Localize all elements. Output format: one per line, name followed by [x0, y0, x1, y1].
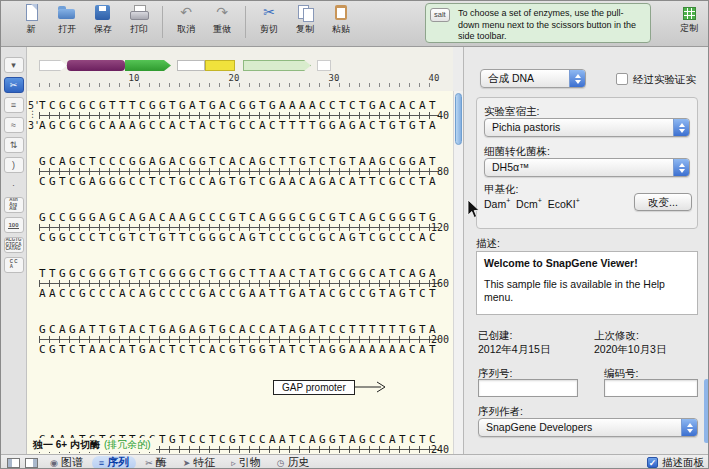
- tab-map-label: 图谱: [61, 455, 83, 469]
- customize-grid-icon: [683, 7, 696, 20]
- host-dropdown[interactable]: Pichia pastoris: [484, 118, 690, 137]
- base-ticks: [39, 280, 439, 287]
- top-strand[interactable]: TTGGCGGGTGTCGGGGCTGGCTTAACTATGCGGCATCAGA: [39, 267, 453, 280]
- gap-promoter-annotation[interactable]: GAP promoter: [273, 379, 453, 395]
- sequence-block-1: 5' ⋮ 3' TCGCGCGTTTCGGTGATGACGGTGAAAACCTC…: [27, 99, 453, 132]
- serial-input[interactable]: [478, 379, 578, 397]
- amino-acid-display-icon[interactable]: Asn Arg Ala: [4, 197, 24, 213]
- sequence-view[interactable]: 5' ⋮ 3' TCGCGCGTTTCGGTGATGACGGTGAAAACCTC…: [27, 91, 453, 454]
- description-panel: 合成 DNA 经过实验证实 实验室宿主: Pichia pastoris 细菌转…: [463, 47, 709, 454]
- feature-box-white-small[interactable]: [317, 60, 331, 71]
- molecule-type-dropdown[interactable]: 合成 DNA: [480, 69, 586, 88]
- tab-history[interactable]: ◷ 历史: [270, 456, 317, 469]
- print-button[interactable]: 打印: [121, 4, 157, 36]
- position-ruler: 10 20 30 40: [27, 71, 453, 87]
- sequence-icon: ≡: [99, 458, 104, 468]
- codon-display-icon[interactable]: C C A: [4, 257, 24, 273]
- copy-button[interactable]: 复制: [287, 4, 323, 36]
- ruler-tick-10: 10: [122, 73, 146, 83]
- updown-arrows-tool-icon[interactable]: ⇅: [4, 137, 24, 153]
- dropdown-arrows-icon: [673, 119, 689, 136]
- toggle-left-panel-icon[interactable]: [7, 458, 20, 468]
- open-button[interactable]: 打开: [49, 4, 85, 36]
- position-number: 40: [419, 110, 449, 121]
- redo-button[interactable]: ↷ 重做: [204, 4, 240, 36]
- tab-map[interactable]: ◉ 图谱: [43, 456, 90, 469]
- verified-checkbox[interactable]: [616, 73, 628, 85]
- new-button[interactable]: 新: [13, 4, 49, 36]
- bottom-strand[interactable]: CGTCTAACATGACTCTCACGTGGTATCTAGGAAAAAACAT: [39, 343, 453, 356]
- paste-button[interactable]: 粘贴: [323, 4, 359, 36]
- scissors-tool-icon[interactable]: ✂: [4, 77, 24, 93]
- redo-label: 重做: [213, 23, 231, 36]
- tab-features-label: 特征: [193, 455, 215, 469]
- arc-tool-icon[interactable]: ): [4, 157, 24, 173]
- tab-features[interactable]: ➤ 特征: [176, 456, 223, 469]
- scrollbar-thumb[interactable]: [455, 93, 462, 145]
- methylation-values: Dam+ Dcm+ EcoKI+: [484, 197, 580, 210]
- tab-primers-label: 引物: [239, 455, 261, 469]
- sequence-block-5: GCAGATTGTACTGAGAGTGCACCATAGATCCTTTTTTGTA…: [27, 323, 453, 356]
- author-dropdown[interactable]: SnapGene Developers: [478, 418, 698, 437]
- enzyme-set-menu-icon[interactable]: ▾: [4, 57, 24, 73]
- new-label: 新: [27, 23, 36, 36]
- change-button[interactable]: 改变...: [634, 193, 692, 211]
- methylation-dam: Dam: [484, 198, 506, 210]
- position-number: 160: [419, 278, 449, 289]
- save-button[interactable]: 保存: [85, 4, 121, 36]
- cut-scissors-icon: ✂: [259, 4, 279, 22]
- code-input[interactable]: [604, 379, 698, 397]
- enzymes-icon: ✂: [145, 458, 153, 468]
- map-icon: ◉: [50, 458, 58, 468]
- bottom-strand[interactable]: CGGCCCTCGTCTGTTCGGGCAGTCCCGCGCAGTCGCCCAC: [39, 231, 453, 244]
- tooltip-text: To choose a set of enzymes, use the pull…: [458, 8, 636, 41]
- toolbar-separator: [245, 6, 246, 38]
- feature-box-white[interactable]: [177, 60, 205, 71]
- tab-sequence[interactable]: ≡ 序列: [92, 456, 136, 469]
- tab-primers[interactable]: ▹ 引物: [224, 456, 268, 469]
- cut-label: 剪切: [260, 23, 278, 36]
- mouse-cursor: [467, 199, 481, 219]
- three-prime-label: 3': [28, 120, 40, 131]
- tab-enzymes[interactable]: ✂ 酶: [138, 456, 174, 469]
- panel-scrollbar-thumb[interactable]: [704, 379, 709, 443]
- strain-dropdown[interactable]: DH5α™: [484, 158, 690, 177]
- enzyme-tooltip: salt To choose a set of enzymes, use the…: [425, 3, 651, 43]
- feature-arrow-green[interactable]: [125, 60, 171, 71]
- feature-bar-purple[interactable]: [67, 60, 125, 71]
- paste-icon: [331, 4, 351, 22]
- created-value: 2012年4月15日: [478, 343, 550, 357]
- host-value: Pichia pastoris: [492, 121, 560, 133]
- top-strand[interactable]: GCAGCTCCCGGAGACGGTCACAGCTTGTCTGTAAGCGGAT: [39, 155, 453, 168]
- top-strand[interactable]: TCGCGCGTTTCGGTGATGACGGTGAAAACCTCTGACACAT: [39, 99, 453, 112]
- description-textbox[interactable]: Welcome to SnapGene Viewer! This sample …: [476, 251, 698, 315]
- position-number: 120: [419, 222, 449, 233]
- position-number: 80: [419, 166, 449, 177]
- sequence-scrollbar[interactable]: [453, 91, 463, 454]
- cut-button[interactable]: ✂ 剪切: [251, 4, 287, 36]
- bottom-strand[interactable]: AACCGCCCACAGCCCCGACCGAATTGATACGCCGTAGTCT: [39, 287, 453, 300]
- bottom-strand[interactable]: CGTCGAGGGCCTCTGCCAGTGTCGAACAGACATTCGCCTA: [39, 175, 453, 188]
- feature-arrow-white[interactable]: [39, 60, 67, 71]
- top-strand[interactable]: GCCGGGAGCAGACAAGCCCGTCAGGGCGCGTCAGCGGGTG: [39, 211, 453, 224]
- numbering-display-icon[interactable]: 100: [4, 217, 24, 233]
- base-colors-display-icon[interactable]: ACGTG GTGCA CATAG: [4, 237, 24, 253]
- toggle-right-panel-icon[interactable]: [25, 458, 38, 468]
- feature-arrow-lightgreen[interactable]: [243, 60, 311, 71]
- base-ticks: [39, 112, 439, 119]
- checked-checkbox-icon[interactable]: ✓: [647, 457, 658, 468]
- customize-button[interactable]: 定制: [672, 5, 706, 35]
- undo-button[interactable]: ↶ 取消: [168, 4, 204, 36]
- annotation-label[interactable]: GAP promoter: [273, 380, 355, 395]
- host-label: 实验室宿主:: [484, 105, 539, 119]
- open-folder-icon: [57, 4, 77, 22]
- description-panel-toggle[interactable]: ✓ 描述面板: [647, 456, 704, 469]
- top-strand[interactable]: GCAGATTGTACTGAGAGTGCACCATAGATCCTTTTTTGTA: [39, 323, 453, 336]
- bottom-strand[interactable]: AGCGCGCAAAGCCACTACTGCCACTTTTGGAGACTGTGTA: [39, 119, 453, 132]
- feature-box-yellow[interactable]: [205, 60, 235, 71]
- sequence-lines-tool-icon[interactable]: ≡: [4, 97, 24, 113]
- wave-tool-icon[interactable]: ≈: [4, 117, 24, 133]
- dropdown-arrows-icon: [673, 159, 689, 176]
- copy-label: 复制: [296, 23, 314, 36]
- sequence-block-2: GCAGCTCCCGGAGACGGTCACAGCTTGTCTGTAAGCGGAT…: [27, 155, 453, 188]
